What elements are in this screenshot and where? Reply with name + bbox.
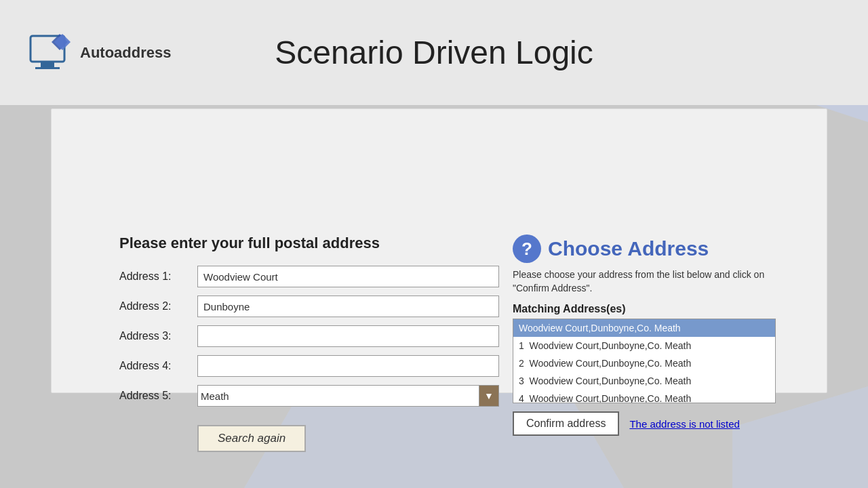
confirm-address-button[interactable]: Confirm address	[513, 411, 619, 436]
address2-input[interactable]	[197, 296, 499, 317]
svg-rect-1	[41, 62, 54, 67]
page-title: Scenario Driven Logic	[275, 34, 593, 71]
choose-panel: ? Choose Address Please choose your addr…	[513, 235, 776, 436]
list-item[interactable]: Woodview Court,Dunboyne,Co. Meath	[513, 319, 775, 337]
list-item[interactable]: 3 Woodview Court,Dunboyne,Co. Meath	[513, 372, 775, 390]
address2-label: Address 2:	[119, 300, 197, 312]
address1-row: Address 1:	[119, 266, 499, 287]
address1-label: Address 1:	[119, 270, 197, 283]
address2-row: Address 2:	[119, 296, 499, 317]
logo-text: Autoaddress	[80, 44, 171, 62]
address5-select-wrapper: Meath Dublin Cork ▼	[197, 385, 499, 407]
logo-area: Autoaddress	[27, 30, 171, 75]
form-title: Please enter your full postal address	[119, 235, 499, 252]
address4-row: Address 4:	[119, 355, 499, 377]
search-again-button[interactable]: Search again	[197, 425, 306, 452]
address-list[interactable]: Woodview Court,Dunboyne,Co. Meath 1 Wood…	[513, 319, 776, 403]
address1-input[interactable]	[197, 266, 499, 287]
choose-title: Choose Address	[548, 237, 709, 260]
list-item[interactable]: 2 Woodview Court,Dunboyne,Co. Meath	[513, 354, 775, 372]
address4-input[interactable]	[197, 355, 499, 377]
content-area: Please enter your full postal address Ad…	[51, 108, 827, 393]
choose-header: ? Choose Address	[513, 235, 776, 263]
address5-row: Address 5: Meath Dublin Cork ▼	[119, 385, 499, 407]
action-row: Confirm address The address is not liste…	[513, 411, 776, 436]
matching-label: Matching Address(es)	[513, 303, 776, 315]
choose-description: Please choose your address from the list…	[513, 268, 776, 295]
not-listed-link[interactable]: The address is not listed	[629, 418, 740, 430]
address4-label: Address 4:	[119, 360, 197, 372]
form-panel: Please enter your full postal address Ad…	[119, 235, 499, 452]
list-item[interactable]: 1 Woodview Court,Dunboyne,Co. Meath	[513, 337, 775, 354]
header: Autoaddress Scenario Driven Logic	[0, 0, 868, 105]
list-item[interactable]: 4 Woodview Court,Dunboyne,Co. Meath	[513, 390, 775, 403]
logo-icon	[27, 30, 75, 75]
question-icon: ?	[513, 235, 541, 263]
svg-rect-2	[35, 67, 60, 69]
address5-label: Address 5:	[119, 390, 197, 402]
address3-row: Address 3:	[119, 325, 499, 347]
address5-select[interactable]: Meath Dublin Cork	[197, 385, 499, 407]
address3-input[interactable]	[197, 325, 499, 347]
address3-label: Address 3:	[119, 330, 197, 342]
